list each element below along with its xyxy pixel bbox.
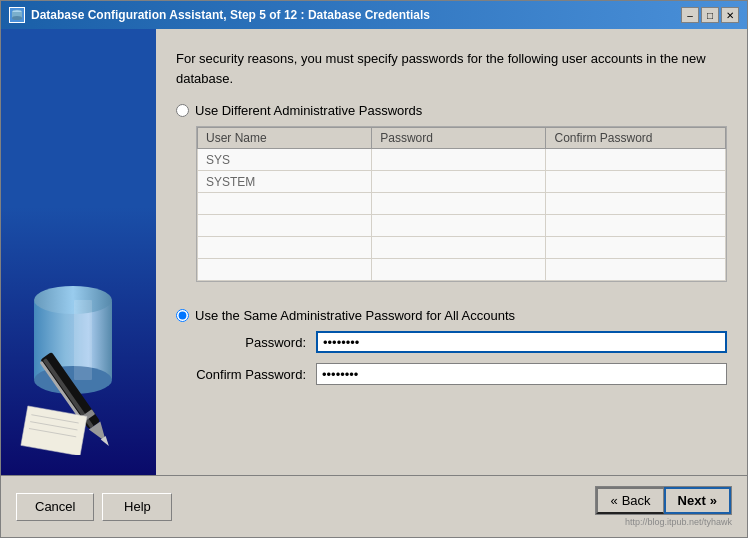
col-header-confirm: Confirm Password: [546, 128, 726, 149]
svg-point-4: [34, 286, 112, 314]
bottom-left-buttons: Cancel Help: [16, 493, 172, 521]
app-icon: [9, 7, 25, 23]
password-input[interactable]: [316, 331, 727, 353]
sidebar: [1, 29, 156, 475]
password-label: Password:: [176, 335, 316, 350]
cell-sys-username: SYS: [198, 149, 372, 171]
description: For security reasons, you must specify p…: [176, 49, 727, 88]
table-row-empty3: [198, 237, 726, 259]
main-window: Database Configuration Assistant, Step 5…: [0, 0, 748, 538]
cell-sys-confirm[interactable]: [546, 149, 726, 171]
window-body: For security reasons, you must specify p…: [1, 29, 747, 475]
svg-point-2: [12, 16, 22, 20]
bottom-bar: Cancel Help « Back Next » http://blog.it…: [1, 475, 747, 537]
radio-same-input[interactable]: [176, 309, 189, 322]
minimize-button[interactable]: –: [681, 7, 699, 23]
radio-different-label[interactable]: Use Different Administrative Passwords: [176, 103, 727, 118]
back-label: Back: [622, 493, 651, 508]
cell-sys-password[interactable]: [372, 149, 546, 171]
radio-same-label[interactable]: Use the Same Administrative Password for…: [176, 308, 727, 323]
content-area: For security reasons, you must specify p…: [156, 29, 747, 475]
table-row-empty1: [198, 193, 726, 215]
radio-different-section: Use Different Administrative Passwords U…: [176, 103, 727, 297]
radio-different-input[interactable]: [176, 104, 189, 117]
col-header-password: Password: [372, 128, 546, 149]
col-header-username: User Name: [198, 128, 372, 149]
help-button[interactable]: Help: [102, 493, 172, 521]
maximize-button[interactable]: □: [701, 7, 719, 23]
confirm-row: Confirm Password:: [176, 363, 727, 385]
nav-buttons: « Back Next »: [595, 486, 732, 515]
radio-same-section: Use the Same Administrative Password for…: [176, 308, 727, 395]
sys-password-input[interactable]: [380, 152, 537, 167]
system-password-input[interactable]: [380, 174, 537, 189]
watermark: http://blog.itpub.net/tyhawk: [625, 517, 732, 527]
back-button[interactable]: « Back: [596, 487, 663, 514]
table-row: SYS: [198, 149, 726, 171]
bottom-right-area: « Back Next » http://blog.itpub.net/tyha…: [595, 486, 732, 527]
title-bar: Database Configuration Assistant, Step 5…: [1, 1, 747, 29]
cell-system-confirm[interactable]: [546, 171, 726, 193]
close-button[interactable]: ✕: [721, 7, 739, 23]
credentials-table: User Name Password Confirm Password: [197, 127, 726, 281]
confirm-label: Confirm Password:: [176, 367, 316, 382]
password-row: Password:: [176, 331, 727, 353]
credentials-table-wrapper: User Name Password Confirm Password: [196, 126, 727, 282]
radio-same-text: Use the Same Administrative Password for…: [195, 308, 515, 323]
sys-confirm-input[interactable]: [554, 152, 717, 167]
cancel-button[interactable]: Cancel: [16, 493, 94, 521]
description-line2: database.: [176, 71, 233, 86]
sidebar-graphic: [19, 255, 139, 455]
next-label: Next: [678, 493, 706, 508]
table-row-empty2: [198, 215, 726, 237]
cell-system-password[interactable]: [372, 171, 546, 193]
table-row: SYSTEM: [198, 171, 726, 193]
svg-rect-6: [74, 300, 92, 380]
radio-different-text: Use Different Administrative Passwords: [195, 103, 422, 118]
table-row-empty4: [198, 259, 726, 281]
title-controls: – □ ✕: [681, 7, 739, 23]
form-section: Password: Confirm Password:: [176, 331, 727, 385]
description-line1: For security reasons, you must specify p…: [176, 51, 706, 66]
next-arrow-icon: »: [710, 493, 717, 508]
cell-system-username: SYSTEM: [198, 171, 372, 193]
sidebar-image: [19, 255, 139, 455]
title-bar-left: Database Configuration Assistant, Step 5…: [9, 7, 430, 23]
system-confirm-input[interactable]: [554, 174, 717, 189]
back-arrow-icon: «: [610, 493, 617, 508]
next-button[interactable]: Next »: [664, 487, 731, 514]
confirm-password-input[interactable]: [316, 363, 727, 385]
window-title: Database Configuration Assistant, Step 5…: [31, 8, 430, 22]
